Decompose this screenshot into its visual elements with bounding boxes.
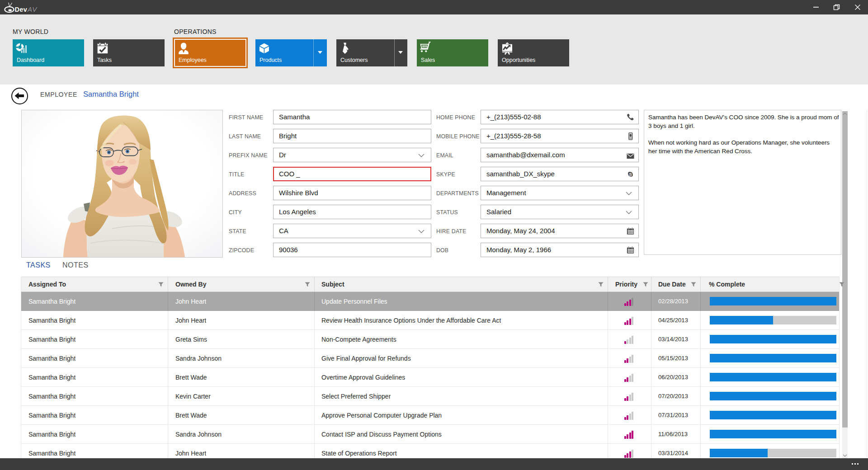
svg-text:AV: AV [27,5,38,13]
svg-text:Dev: Dev [15,6,28,13]
svg-text:S: S [629,172,632,177]
